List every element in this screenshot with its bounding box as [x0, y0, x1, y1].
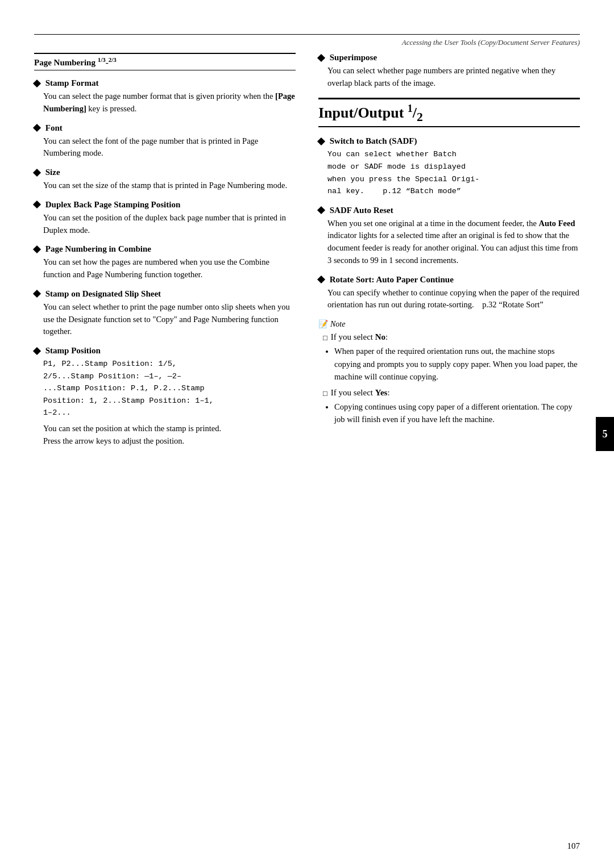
sup1: 1/3 [98, 56, 106, 63]
rotate-sort-section: Rotate Sort: Auto Paper Continue You can… [318, 275, 580, 312]
chapter-tab: 5 [596, 417, 614, 451]
diamond-icon [33, 201, 41, 208]
stamp-position-mono: P1, P2...Stamp Position: 1/5, 2/5...Stam… [43, 358, 296, 419]
header-line [34, 34, 580, 38]
yes-bullet-list: Copying continues using copy paper of a … [334, 400, 580, 426]
sadf-title: SADF Auto Reset [318, 206, 580, 215]
sadf-section: SADF Auto Reset When you set one origina… [318, 206, 580, 267]
rotate-sort-text: You can specify whether to continue copy… [327, 287, 580, 312]
yes-bullet-item: Copying continues using copy paper of a … [334, 400, 580, 426]
switch-batch-mono: You can select whether Batch mode or SAD… [327, 148, 580, 197]
slip-sheet-title: Stamp on Designated Slip Sheet [34, 289, 296, 299]
sadf-text: When you set one original at a time in t… [327, 218, 580, 267]
note-item-yes: □ If you select Yes: Copying continues u… [323, 388, 580, 426]
size-section: Size You can set the size of the stamp t… [34, 168, 296, 192]
superimpose-title: Superimpose [318, 53, 580, 62]
size-text: You can set the size of the stamp that i… [43, 180, 296, 192]
checkbox-yes: □ [323, 389, 327, 398]
slip-sheet-section: Stamp on Designated Slip Sheet You can s… [34, 289, 296, 338]
diamond-icon [317, 276, 325, 283]
diamond-icon [317, 206, 325, 214]
if-yes-label: If you select Yes: [331, 388, 390, 398]
checkbox-row-no: □ If you select No: [323, 332, 580, 343]
combine-title: Page Numbering in Combine [34, 244, 296, 254]
header-text: Accessing the User Tools (Copy/Document … [34, 38, 580, 47]
duplex-section: Duplex Back Page Stamping Position You c… [34, 200, 296, 237]
superimpose-section: Superimpose You can select whether page … [318, 53, 580, 90]
diamond-icon [33, 79, 41, 87]
diamond-icon [33, 290, 41, 298]
diamond-icon [33, 124, 41, 132]
switch-batch-section: Switch to Batch (SADF) You can select wh… [318, 136, 580, 197]
font-title: Font [34, 123, 296, 133]
stamp-position-title: Stamp Position [34, 346, 296, 356]
diamond-icon [33, 347, 41, 354]
sup2: 2/3 [109, 56, 117, 63]
page-numbering-label: Page Numbering [34, 58, 98, 67]
combine-text: You can set how the pages are numbered w… [43, 256, 296, 281]
rotate-sort-title: Rotate Sort: Auto Paper Continue [318, 275, 580, 285]
input-output-heading: Input/Output 1/2 [318, 103, 580, 124]
combine-section: Page Numbering in Combine You can set ho… [34, 244, 296, 281]
stamp-format-section: Stamp Format You can select the page num… [34, 78, 296, 115]
diamond-icon [317, 137, 325, 145]
stamp-format-text: You can select the page number format th… [43, 90, 296, 115]
page-container: Accessing the User Tools (Copy/Document … [0, 0, 614, 868]
diamond-icon [33, 168, 41, 176]
font-section: Font You can select the font of the page… [34, 123, 296, 160]
font-text: You can select the font of the page numb… [43, 135, 296, 160]
switch-batch-title: Switch to Batch (SADF) [318, 136, 580, 146]
note-title: 📝 Note [318, 319, 580, 329]
size-title: Size [34, 168, 296, 177]
stamp-position-text1: You can set the position at which the st… [43, 423, 296, 435]
content-area: Page Numbering 1/3-2/3 Stamp Format You … [34, 53, 580, 455]
section-title-box: Page Numbering 1/3-2/3 [34, 53, 296, 70]
page-number: 107 [567, 841, 580, 851]
if-no-label: If you select No: [331, 332, 388, 342]
stamp-position-text2: Press the arrow keys to adjust the posit… [43, 435, 296, 448]
stamp-position-section: Stamp Position P1, P2...Stamp Position: … [34, 346, 296, 447]
diamond-icon [33, 245, 41, 253]
duplex-text: You can set the position of the duplex b… [43, 212, 296, 237]
right-column: Superimpose You can select whether page … [318, 53, 580, 455]
slip-sheet-text: You can select whether to print the page… [43, 301, 296, 338]
no-bullet-list: When paper of the required orientation r… [334, 345, 580, 383]
checkbox-no: □ [323, 333, 327, 343]
left-column: Page Numbering 1/3-2/3 Stamp Format You … [34, 53, 296, 455]
stamp-format-title: Stamp Format [34, 78, 296, 88]
pencil-icon: 📝 [318, 319, 328, 329]
diamond-icon [317, 53, 325, 61]
page-numbering-title: Page Numbering 1/3-2/3 [34, 58, 117, 67]
note-item-no: □ If you select No: When paper of the re… [323, 332, 580, 383]
input-output-title-box: Input/Output 1/2 [318, 98, 580, 128]
no-bullet-item: When paper of the required orientation r… [334, 345, 580, 383]
superimpose-text: You can select whether page numbers are … [327, 65, 580, 90]
note-section: 📝 Note □ If you select No: When paper of… [318, 319, 580, 425]
duplex-title: Duplex Back Page Stamping Position [34, 200, 296, 210]
checkbox-row-yes: □ If you select Yes: [323, 388, 580, 398]
